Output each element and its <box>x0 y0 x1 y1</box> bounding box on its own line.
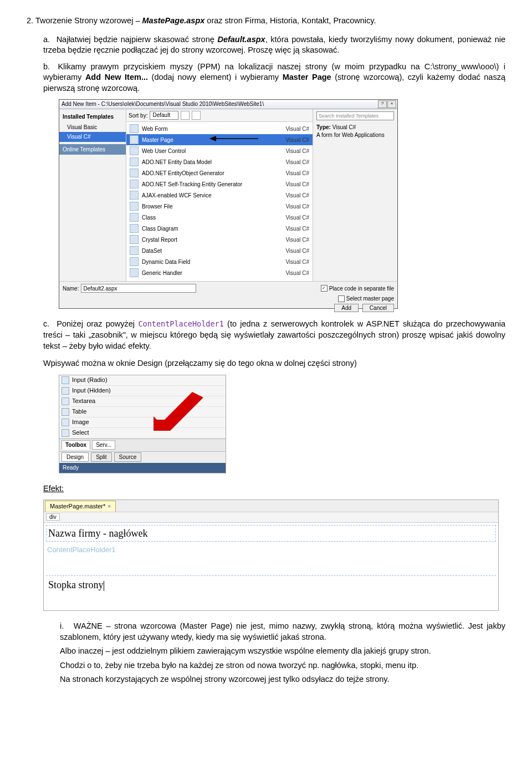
contentplaceholder-label: ContentPlaceHolder1 <box>47 545 116 555</box>
section-heading: 2. Tworzenie Strony wzorowej – MastePage… <box>27 16 505 27</box>
file-icon <box>130 146 139 155</box>
tpl-ado-edm[interactable]: ADO.NET Entity Data ModelVisual C# <box>126 156 313 167</box>
image-icon <box>62 419 69 426</box>
header-text: Nazwa firmy - nagłówek <box>48 527 147 540</box>
close-icon[interactable]: × <box>387 100 396 108</box>
file-icon <box>130 169 139 177</box>
file-icon <box>130 224 139 233</box>
tpl-generic-handler[interactable]: Generic HandlerVisual C# <box>126 267 313 278</box>
textarea-icon <box>62 397 69 405</box>
svg-marker-1 <box>209 136 216 141</box>
file-icon <box>130 180 139 188</box>
item-b: b. Klikamy prawym przyciskiem myszy (PPM… <box>43 62 505 94</box>
checkbox-separate-file[interactable]: ✓ <box>321 285 328 292</box>
dialog-right-panel: Search Installed Templates Type: Visual … <box>313 109 397 281</box>
select-icon <box>62 429 69 437</box>
item-c: c. Poniżej oraz powyżej ContentPlaceHold… <box>43 319 505 369</box>
sort-dropdown[interactable]: Default <box>150 111 178 120</box>
pointer-arrow-icon <box>209 135 259 142</box>
efekt-label: Efekt: <box>43 483 505 494</box>
default-aspx: Default.aspx <box>217 35 265 44</box>
tpl-class-diagram[interactable]: Class DiagramVisual C# <box>126 223 313 234</box>
status-bar: Ready <box>59 463 226 473</box>
toolbox-panel: Input (Radio) Input (Hidden) Textarea Ta… <box>59 375 226 473</box>
tpl-ado-eog[interactable]: ADO.NET EntityObject GeneratorVisual C# <box>126 167 313 179</box>
cancel-button[interactable]: Cancel <box>362 304 394 312</box>
item-a: a. Najłatwiej będzie najpierw skasować s… <box>43 34 505 56</box>
file-icon <box>130 124 139 133</box>
tpl-user-control[interactable]: Web User ControlVisual C# <box>126 145 313 156</box>
footer-divider <box>46 575 496 576</box>
dialog-footer: Name: ✓Place code in separate file Selec… <box>59 281 397 308</box>
file-icon <box>130 191 139 200</box>
section-number: 2. <box>27 16 33 25</box>
toolbox-item-radio[interactable]: Input (Radio) <box>59 375 226 386</box>
footer-text: Stopka strony <box>48 578 104 592</box>
breadcrumb[interactable]: div <box>44 512 498 523</box>
file-icon <box>130 135 139 144</box>
add-button[interactable]: Add <box>334 304 359 312</box>
red-arrow-icon <box>154 392 203 431</box>
tpl-web-form[interactable]: Web FormVisual C# <box>126 123 313 134</box>
contentplaceholder-code: ContentPlaceHolder1 <box>138 319 223 328</box>
item-i: i. WAŻNE – strona wzorcowa (Master Page)… <box>60 621 505 685</box>
add-new-item-dialog: Add New Item - C:\Users\olek\Documents\V… <box>59 99 398 309</box>
file-icon <box>130 157 139 166</box>
tpl-ajax-wcf[interactable]: AJAX-enabled WCF ServiceVisual C# <box>126 190 313 201</box>
view-large-icon[interactable] <box>181 111 190 120</box>
file-icon <box>130 202 139 211</box>
masterpage-editor: MasterPage.master* × div Nazwa firmy - n… <box>43 499 499 611</box>
tab-toolbox[interactable]: Toolbox <box>62 440 90 450</box>
tpl-browser-file[interactable]: Browser FileVisual C# <box>126 201 313 212</box>
view-design[interactable]: Design <box>62 452 89 462</box>
design-canvas[interactable]: Nazwa firmy - nagłówek ContentPlaceHolde… <box>44 523 498 610</box>
tpl-dataset[interactable]: DataSetVisual C# <box>126 245 313 256</box>
dialog-template-list: Sort by: Default Web FormVisual C# Maste… <box>126 109 313 281</box>
lang-visual-csharp[interactable]: Visual C# <box>59 132 126 142</box>
file-icon <box>130 246 139 255</box>
tpl-crystal[interactable]: Crystal ReportVisual C# <box>126 234 313 245</box>
editor-tab[interactable]: MasterPage.master* × <box>45 501 116 512</box>
file-icon <box>130 213 139 222</box>
radio-icon <box>62 376 69 384</box>
file-icon <box>130 268 139 277</box>
tpl-dynamic-data[interactable]: Dynamic Data FieldVisual C# <box>126 256 313 267</box>
dialog-titlebar: Add New Item - C:\Users\olek\Documents\V… <box>59 100 397 109</box>
table-icon <box>62 408 69 416</box>
mastepage-name: MastePage.aspx <box>142 16 204 25</box>
view-source[interactable]: Source <box>114 452 142 462</box>
tpl-class[interactable]: ClassVisual C# <box>126 212 313 223</box>
tab-server[interactable]: Serv... <box>92 440 115 450</box>
dialog-left-panel: Installed Templates Visual Basic Visual … <box>59 109 126 281</box>
view-small-icon[interactable] <box>192 111 201 120</box>
help-icon[interactable]: ? <box>378 100 387 108</box>
search-input[interactable]: Search Installed Templates <box>316 111 394 120</box>
checkbox-master-page[interactable] <box>338 295 345 302</box>
tpl-ado-steg[interactable]: ADO.NET Self-Tracking Entity GeneratorVi… <box>126 179 313 190</box>
file-icon <box>130 257 139 266</box>
view-split[interactable]: Split <box>91 452 111 462</box>
close-tab-icon[interactable]: × <box>108 502 111 511</box>
file-icon <box>130 235 139 244</box>
hidden-icon <box>62 387 69 395</box>
filename-input[interactable] <box>81 284 196 293</box>
lang-visual-basic[interactable]: Visual Basic <box>59 123 126 132</box>
